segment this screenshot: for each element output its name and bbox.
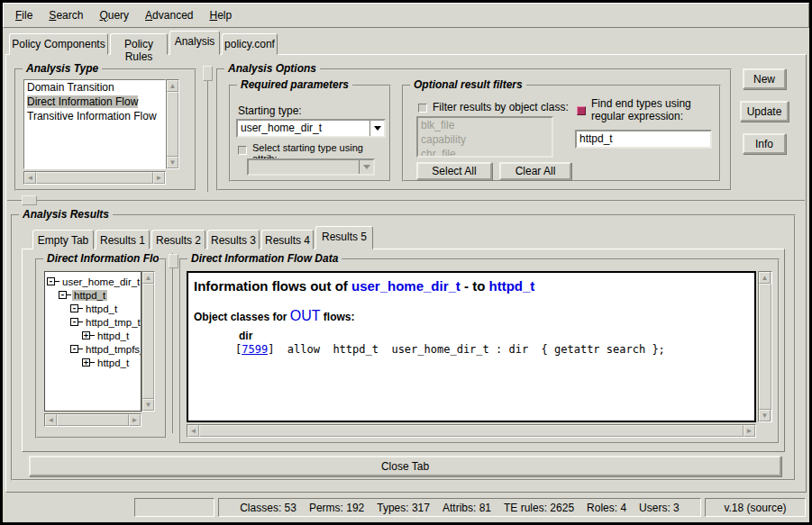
update-button[interactable]: Update <box>740 101 789 122</box>
stat-classes: Classes: 53 <box>240 502 297 514</box>
chevron-down-icon <box>374 126 381 131</box>
results-sash-handle[interactable] <box>22 195 37 205</box>
tree-collapse-icon[interactable]: - <box>47 277 55 285</box>
required-parameters-title: Required parameters <box>237 78 352 91</box>
scroll-up-icon[interactable]: ▲ <box>759 272 771 284</box>
tree-expand-icon[interactable]: + <box>82 331 90 339</box>
regex-checkbox[interactable] <box>577 106 586 115</box>
menu-search[interactable]: Search <box>41 7 91 23</box>
tree-expand-icon[interactable]: + <box>82 358 90 367</box>
tree-collapse-icon[interactable]: - <box>70 304 78 312</box>
starting-type-value: user_home_dir_t <box>238 121 370 136</box>
analysis-type-listbox[interactable]: Domain Transition Direct Information Flo… <box>23 79 166 169</box>
tree-item[interactable]: +httpd_t <box>45 356 141 369</box>
tree-collapse-icon[interactable]: - <box>59 291 67 299</box>
scroll-thumb[interactable] <box>142 284 154 399</box>
list-item-selected[interactable]: Direct Information Flow <box>24 95 165 109</box>
rule-id-link[interactable]: 7599 <box>242 343 268 356</box>
stat-perms: Perms: 192 <box>309 502 364 514</box>
list-item[interactable]: Domain Transition <box>24 80 165 95</box>
analysis-results-title: Analysis Results <box>19 208 113 221</box>
tree-item[interactable]: -user_home_dir_t <box>45 275 141 288</box>
required-parameters-group: Required parameters Starting type: user_… <box>229 85 391 182</box>
menu-query[interactable]: Query <box>91 7 137 23</box>
info-button[interactable]: Info <box>743 133 786 154</box>
close-tab-button[interactable]: Close Tab <box>29 456 781 476</box>
flow-subheading: Object classes for OUT flows: <box>194 308 751 324</box>
scroll-up-icon[interactable]: ▲ <box>142 272 154 284</box>
flow-heading: Information flows out of user_home_dir_t… <box>194 278 751 294</box>
scroll-down-icon[interactable]: ▼ <box>142 399 154 411</box>
tab-results-1[interactable]: Results 1 <box>96 230 150 249</box>
start-type-text: user_home_dir_t <box>351 278 461 294</box>
combo-dropdown-button <box>359 160 373 174</box>
scroll-left-icon[interactable]: ◄ <box>187 425 199 437</box>
scroll-left-icon[interactable]: ◄ <box>45 414 57 426</box>
tab-analysis[interactable]: Analysis <box>169 31 220 55</box>
scroll-down-icon[interactable]: ▼ <box>167 157 178 168</box>
scroll-up-icon[interactable]: ▲ <box>167 80 178 92</box>
results-pane-sash-line <box>172 253 174 433</box>
analysis-options-group: Analysis Options Required parameters Sta… <box>216 68 732 191</box>
tree-item[interactable]: -httpd_tmp_t <box>45 315 141 329</box>
stat-users: Users: 3 <box>639 502 680 514</box>
tree-item[interactable]: +httpd_t <box>45 329 141 342</box>
scroll-thumb[interactable] <box>167 92 178 157</box>
scroll-down-icon[interactable]: ▼ <box>759 410 771 421</box>
analysis-type-vscrollbar[interactable]: ▲ ▼ <box>166 79 179 169</box>
chevron-down-icon <box>363 165 370 169</box>
tree-item[interactable]: -httpd_tmpfs_t <box>45 342 141 356</box>
starting-type-combobox[interactable]: user_home_dir_t <box>236 119 386 138</box>
clear-all-button[interactable]: Clear All <box>499 162 571 180</box>
menu-file[interactable]: File <box>7 7 41 23</box>
analysis-type-title: Analysis Type <box>23 62 102 75</box>
new-button[interactable]: New <box>743 68 786 89</box>
status-empty-panel <box>134 498 214 517</box>
tab-results-2[interactable]: Results 2 <box>151 230 205 249</box>
scroll-right-icon[interactable]: ► <box>153 172 165 184</box>
flow-tree-title: Direct Information Flow T <box>43 252 159 265</box>
object-class-text: dir <box>239 330 751 342</box>
stat-attribs: Attribs: 81 <box>442 502 491 514</box>
flow-tree-hscrollbar[interactable]: ◄ ► <box>44 413 141 427</box>
flow-data-hscrollbar[interactable]: ◄ ► <box>187 424 756 438</box>
results-pane-sash-handle[interactable] <box>169 254 178 268</box>
results-sash-line <box>7 200 805 202</box>
flow-data-textarea[interactable]: Information flows out of user_home_dir_t… <box>187 271 756 422</box>
tab-results-5[interactable]: Results 5 <box>315 226 373 249</box>
regex-input[interactable]: httpd_t <box>575 130 712 149</box>
tab-policy-components[interactable]: Policy Components <box>9 33 108 55</box>
tree-collapse-icon[interactable]: - <box>70 345 78 353</box>
flow-tree[interactable]: -user_home_dir_t -httpd_t -httpd_t -http… <box>44 271 141 412</box>
scroll-right-icon[interactable]: ► <box>744 425 755 437</box>
tree-item[interactable]: -httpd_t <box>45 302 141 315</box>
scroll-thumb[interactable] <box>36 172 153 184</box>
list-item-disabled: blk_file <box>418 118 552 132</box>
list-item[interactable]: Transitive Information Flow <box>24 109 165 123</box>
results-page-panel: Direct Information Flow T -user_home_dir… <box>22 249 785 452</box>
tree-collapse-icon[interactable]: - <box>70 318 78 326</box>
scroll-right-icon[interactable]: ► <box>129 414 141 426</box>
tab-results-4[interactable]: Results 4 <box>261 230 314 249</box>
pane-sash-handle[interactable] <box>203 66 213 81</box>
scroll-thumb[interactable] <box>199 425 744 437</box>
menu-advanced[interactable]: Advanced <box>137 7 201 23</box>
menu-help[interactable]: Help <box>201 7 240 23</box>
scroll-thumb[interactable] <box>759 284 771 410</box>
tree-item[interactable]: -httpd_t <box>45 288 141 302</box>
starting-type-label: Starting type: <box>238 104 302 117</box>
tab-policy-conf[interactable]: policy.conf <box>222 33 278 55</box>
attrib-checkbox[interactable] <box>238 146 247 155</box>
combo-dropdown-button[interactable] <box>370 121 384 136</box>
analysis-type-hscrollbar[interactable]: ◄ ► <box>23 171 166 185</box>
tab-results-3[interactable]: Results 3 <box>207 230 260 249</box>
filter-object-class-checkbox[interactable] <box>418 104 427 113</box>
flow-tree-vscrollbar[interactable]: ▲ ▼ <box>141 271 155 412</box>
scroll-left-icon[interactable]: ◄ <box>24 172 36 184</box>
tab-policy-rules[interactable]: Policy Rules <box>110 33 168 55</box>
scroll-thumb[interactable] <box>57 414 129 426</box>
select-all-button[interactable]: Select All <box>416 162 492 180</box>
flow-data-vscrollbar[interactable]: ▲ ▼ <box>758 271 772 422</box>
tab-empty-tab[interactable]: Empty Tab <box>32 230 94 249</box>
analysis-type-group: Analysis Type Domain Transition Direct I… <box>14 68 196 191</box>
